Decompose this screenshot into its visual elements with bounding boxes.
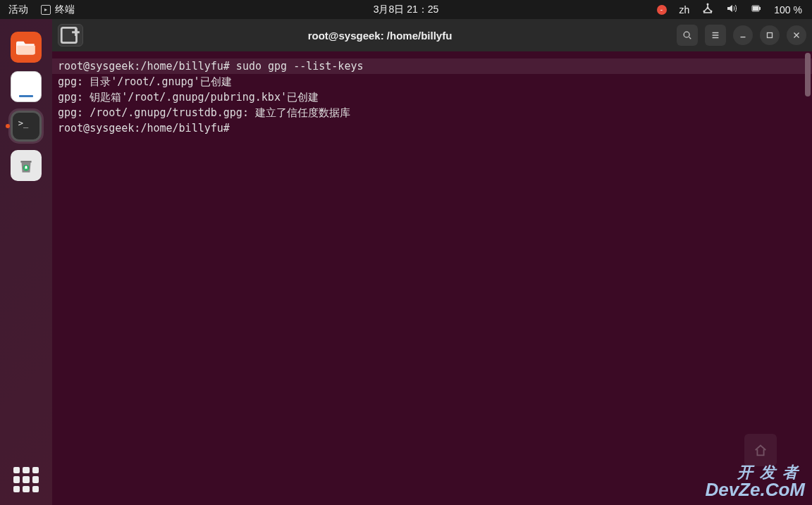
maximize-button[interactable] (760, 25, 780, 45)
svg-point-0 (707, 4, 709, 6)
clock[interactable]: 3月8日 21：25 (374, 4, 439, 16)
minimize-icon (738, 30, 748, 40)
terminal-topbar-icon: ▸ (41, 5, 51, 15)
battery-percent: 100 % (774, 4, 802, 15)
new-tab-icon (59, 23, 82, 47)
svg-point-3 (707, 7, 709, 9)
scroll-top-button[interactable] (744, 434, 777, 466)
network-icon[interactable] (702, 3, 713, 16)
maximize-icon (765, 30, 775, 40)
terminal-line: gpg: /root/.gnupg/trustdb.gpg: 建立了信任度数据库 (52, 105, 812, 120)
search-button[interactable] (677, 25, 698, 46)
hamburger-icon (710, 30, 720, 40)
show-applications-button[interactable] (13, 467, 39, 492)
window-title: root@sysgeek: /home/billyfu (83, 30, 677, 42)
terminal-window: root@sysgeek: /home/billyfu root@sysgeek… (52, 19, 812, 505)
dock-app-writer[interactable] (11, 71, 42, 102)
terminal-line: gpg: 钥匙箱'/root/.gnupg/pubring.kbx'已创建 (52, 89, 812, 105)
terminal-line: root@sysgeek:/home/billyfu# sudo gpg --l… (52, 58, 812, 74)
volume-icon[interactable] (726, 3, 737, 16)
app-menu-label: 终端 (55, 4, 75, 16)
running-indicator (6, 124, 10, 128)
battery-icon[interactable] (750, 3, 761, 16)
window-titlebar: root@sysgeek: /home/billyfu (52, 19, 812, 51)
search-icon (682, 30, 692, 40)
home-up-icon (753, 442, 768, 458)
activities-button[interactable]: 活动 (8, 4, 28, 16)
input-method-indicator[interactable]: zh (679, 4, 690, 15)
app-menu[interactable]: ▸ 终端 (41, 4, 75, 16)
close-button[interactable] (787, 25, 806, 45)
svg-point-9 (684, 32, 689, 37)
gnome-topbar: 活动 ▸ 终端 3月8日 21：25 - zh 100 % (0, 0, 812, 19)
new-tab-button[interactable] (58, 24, 83, 46)
watermark-line1: 开发者 (705, 464, 805, 480)
svg-rect-10 (768, 33, 773, 38)
trash-icon (17, 156, 35, 175)
svg-rect-6 (753, 6, 758, 11)
scrollbar-thumb[interactable] (805, 53, 811, 96)
terminal-line: gpg: 目录'/root/.gnupg'已创建 (52, 74, 812, 89)
dock-app-files[interactable] (11, 32, 42, 63)
terminal-line: root@sysgeek:/home/billyfu# (52, 120, 812, 136)
svg-rect-5 (759, 7, 761, 10)
dock-app-terminal[interactable]: >_ (11, 111, 42, 142)
folder-icon (16, 39, 36, 56)
svg-rect-8 (61, 27, 76, 42)
watermark: 开发者 DevZe.CoM (705, 464, 805, 499)
menu-button[interactable] (705, 25, 726, 46)
dock-trash[interactable] (11, 150, 42, 181)
ubuntu-dock: >_ (0, 19, 52, 505)
close-icon (792, 30, 801, 40)
minimize-button[interactable] (733, 25, 753, 45)
svg-point-1 (703, 11, 706, 13)
terminal-icon: >_ (18, 118, 28, 128)
watermark-line2: DevZe.CoM (705, 480, 805, 499)
notification-error-icon[interactable]: - (657, 5, 667, 15)
terminal-content[interactable]: root@sysgeek:/home/billyfu# sudo gpg --l… (52, 51, 812, 505)
svg-point-2 (710, 11, 713, 13)
